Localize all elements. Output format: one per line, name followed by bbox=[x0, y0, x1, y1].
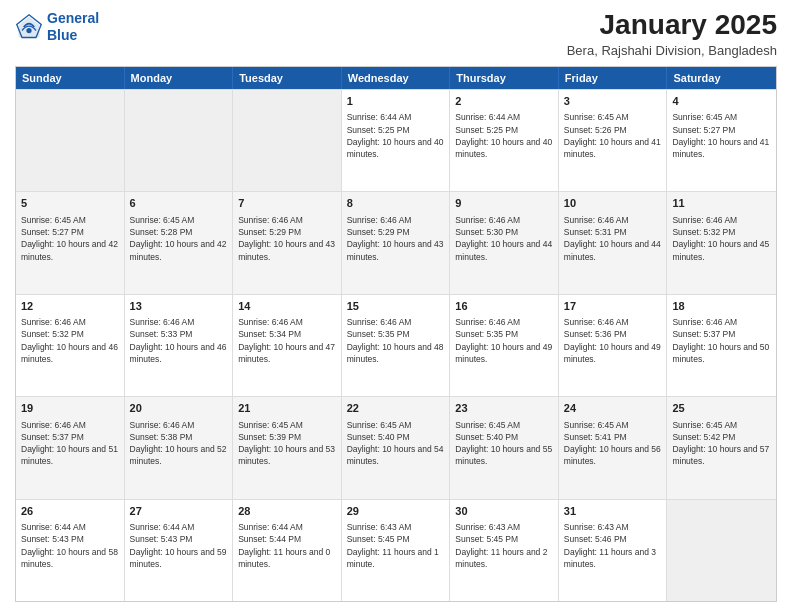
day-info: Sunrise: 6:43 AMSunset: 5:46 PMDaylight:… bbox=[564, 521, 662, 570]
day-header-saturday: Saturday bbox=[667, 67, 776, 89]
day-number: 13 bbox=[130, 299, 228, 314]
day-info: Sunrise: 6:44 AMSunset: 5:44 PMDaylight:… bbox=[238, 521, 336, 570]
day-cell-13: 13Sunrise: 6:46 AMSunset: 5:33 PMDayligh… bbox=[125, 295, 234, 396]
day-info: Sunrise: 6:46 AMSunset: 5:35 PMDaylight:… bbox=[347, 316, 445, 365]
day-number: 27 bbox=[130, 504, 228, 519]
day-number: 5 bbox=[21, 196, 119, 211]
day-info: Sunrise: 6:45 AMSunset: 5:27 PMDaylight:… bbox=[21, 214, 119, 263]
day-cell-20: 20Sunrise: 6:46 AMSunset: 5:38 PMDayligh… bbox=[125, 397, 234, 498]
day-info: Sunrise: 6:45 AMSunset: 5:41 PMDaylight:… bbox=[564, 419, 662, 468]
day-info: Sunrise: 6:46 AMSunset: 5:38 PMDaylight:… bbox=[130, 419, 228, 468]
day-info: Sunrise: 6:44 AMSunset: 5:43 PMDaylight:… bbox=[130, 521, 228, 570]
day-info: Sunrise: 6:46 AMSunset: 5:30 PMDaylight:… bbox=[455, 214, 553, 263]
svg-point-3 bbox=[26, 28, 31, 33]
day-info: Sunrise: 6:44 AMSunset: 5:25 PMDaylight:… bbox=[347, 111, 445, 160]
calendar-week-5: 26Sunrise: 6:44 AMSunset: 5:43 PMDayligh… bbox=[16, 499, 776, 601]
logo-line2: Blue bbox=[47, 27, 77, 43]
calendar-week-4: 19Sunrise: 6:46 AMSunset: 5:37 PMDayligh… bbox=[16, 396, 776, 498]
day-header-friday: Friday bbox=[559, 67, 668, 89]
logo: General Blue bbox=[15, 10, 99, 44]
day-cell-2: 2Sunrise: 6:44 AMSunset: 5:25 PMDaylight… bbox=[450, 90, 559, 191]
day-cell-16: 16Sunrise: 6:46 AMSunset: 5:35 PMDayligh… bbox=[450, 295, 559, 396]
logo-line1: General bbox=[47, 10, 99, 26]
day-info: Sunrise: 6:46 AMSunset: 5:37 PMDaylight:… bbox=[672, 316, 771, 365]
day-number: 10 bbox=[564, 196, 662, 211]
day-number: 7 bbox=[238, 196, 336, 211]
day-number: 20 bbox=[130, 401, 228, 416]
calendar-week-3: 12Sunrise: 6:46 AMSunset: 5:32 PMDayligh… bbox=[16, 294, 776, 396]
day-header-sunday: Sunday bbox=[16, 67, 125, 89]
calendar: SundayMondayTuesdayWednesdayThursdayFrid… bbox=[15, 66, 777, 602]
page: General Blue January 2025 Bera, Rajshahi… bbox=[0, 0, 792, 612]
logo-text: General Blue bbox=[47, 10, 99, 44]
day-info: Sunrise: 6:46 AMSunset: 5:36 PMDaylight:… bbox=[564, 316, 662, 365]
day-number: 30 bbox=[455, 504, 553, 519]
day-cell-26: 26Sunrise: 6:44 AMSunset: 5:43 PMDayligh… bbox=[16, 500, 125, 601]
calendar-week-2: 5Sunrise: 6:45 AMSunset: 5:27 PMDaylight… bbox=[16, 191, 776, 293]
day-cell-30: 30Sunrise: 6:43 AMSunset: 5:45 PMDayligh… bbox=[450, 500, 559, 601]
logo-icon bbox=[15, 13, 43, 41]
day-cell-24: 24Sunrise: 6:45 AMSunset: 5:41 PMDayligh… bbox=[559, 397, 668, 498]
day-cell-27: 27Sunrise: 6:44 AMSunset: 5:43 PMDayligh… bbox=[125, 500, 234, 601]
day-info: Sunrise: 6:46 AMSunset: 5:29 PMDaylight:… bbox=[238, 214, 336, 263]
day-info: Sunrise: 6:45 AMSunset: 5:28 PMDaylight:… bbox=[130, 214, 228, 263]
day-number: 8 bbox=[347, 196, 445, 211]
day-cell-6: 6Sunrise: 6:45 AMSunset: 5:28 PMDaylight… bbox=[125, 192, 234, 293]
day-cell-21: 21Sunrise: 6:45 AMSunset: 5:39 PMDayligh… bbox=[233, 397, 342, 498]
day-cell-19: 19Sunrise: 6:46 AMSunset: 5:37 PMDayligh… bbox=[16, 397, 125, 498]
day-cell-15: 15Sunrise: 6:46 AMSunset: 5:35 PMDayligh… bbox=[342, 295, 451, 396]
day-number: 21 bbox=[238, 401, 336, 416]
day-number: 18 bbox=[672, 299, 771, 314]
day-number: 11 bbox=[672, 196, 771, 211]
day-info: Sunrise: 6:45 AMSunset: 5:40 PMDaylight:… bbox=[347, 419, 445, 468]
day-header-wednesday: Wednesday bbox=[342, 67, 451, 89]
day-number: 25 bbox=[672, 401, 771, 416]
calendar-header: SundayMondayTuesdayWednesdayThursdayFrid… bbox=[16, 67, 776, 89]
day-info: Sunrise: 6:43 AMSunset: 5:45 PMDaylight:… bbox=[455, 521, 553, 570]
day-cell-1: 1Sunrise: 6:44 AMSunset: 5:25 PMDaylight… bbox=[342, 90, 451, 191]
day-number: 16 bbox=[455, 299, 553, 314]
header: General Blue January 2025 Bera, Rajshahi… bbox=[15, 10, 777, 58]
empty-cell bbox=[125, 90, 234, 191]
day-header-tuesday: Tuesday bbox=[233, 67, 342, 89]
day-number: 2 bbox=[455, 94, 553, 109]
svg-marker-1 bbox=[19, 16, 40, 37]
day-info: Sunrise: 6:46 AMSunset: 5:29 PMDaylight:… bbox=[347, 214, 445, 263]
day-info: Sunrise: 6:46 AMSunset: 5:37 PMDaylight:… bbox=[21, 419, 119, 468]
day-number: 17 bbox=[564, 299, 662, 314]
day-info: Sunrise: 6:45 AMSunset: 5:40 PMDaylight:… bbox=[455, 419, 553, 468]
day-info: Sunrise: 6:46 AMSunset: 5:32 PMDaylight:… bbox=[672, 214, 771, 263]
day-header-thursday: Thursday bbox=[450, 67, 559, 89]
day-cell-31: 31Sunrise: 6:43 AMSunset: 5:46 PMDayligh… bbox=[559, 500, 668, 601]
day-cell-4: 4Sunrise: 6:45 AMSunset: 5:27 PMDaylight… bbox=[667, 90, 776, 191]
day-info: Sunrise: 6:46 AMSunset: 5:31 PMDaylight:… bbox=[564, 214, 662, 263]
day-info: Sunrise: 6:44 AMSunset: 5:43 PMDaylight:… bbox=[21, 521, 119, 570]
day-cell-17: 17Sunrise: 6:46 AMSunset: 5:36 PMDayligh… bbox=[559, 295, 668, 396]
day-info: Sunrise: 6:46 AMSunset: 5:35 PMDaylight:… bbox=[455, 316, 553, 365]
day-info: Sunrise: 6:46 AMSunset: 5:32 PMDaylight:… bbox=[21, 316, 119, 365]
calendar-body: 1Sunrise: 6:44 AMSunset: 5:25 PMDaylight… bbox=[16, 89, 776, 601]
day-cell-7: 7Sunrise: 6:46 AMSunset: 5:29 PMDaylight… bbox=[233, 192, 342, 293]
day-number: 26 bbox=[21, 504, 119, 519]
day-info: Sunrise: 6:45 AMSunset: 5:27 PMDaylight:… bbox=[672, 111, 771, 160]
day-cell-25: 25Sunrise: 6:45 AMSunset: 5:42 PMDayligh… bbox=[667, 397, 776, 498]
day-number: 3 bbox=[564, 94, 662, 109]
day-info: Sunrise: 6:45 AMSunset: 5:26 PMDaylight:… bbox=[564, 111, 662, 160]
day-header-monday: Monday bbox=[125, 67, 234, 89]
day-number: 15 bbox=[347, 299, 445, 314]
day-number: 29 bbox=[347, 504, 445, 519]
day-cell-8: 8Sunrise: 6:46 AMSunset: 5:29 PMDaylight… bbox=[342, 192, 451, 293]
day-number: 24 bbox=[564, 401, 662, 416]
day-cell-22: 22Sunrise: 6:45 AMSunset: 5:40 PMDayligh… bbox=[342, 397, 451, 498]
calendar-week-1: 1Sunrise: 6:44 AMSunset: 5:25 PMDaylight… bbox=[16, 89, 776, 191]
empty-cell bbox=[667, 500, 776, 601]
day-cell-12: 12Sunrise: 6:46 AMSunset: 5:32 PMDayligh… bbox=[16, 295, 125, 396]
day-cell-9: 9Sunrise: 6:46 AMSunset: 5:30 PMDaylight… bbox=[450, 192, 559, 293]
day-cell-29: 29Sunrise: 6:43 AMSunset: 5:45 PMDayligh… bbox=[342, 500, 451, 601]
day-cell-28: 28Sunrise: 6:44 AMSunset: 5:44 PMDayligh… bbox=[233, 500, 342, 601]
empty-cell bbox=[233, 90, 342, 191]
subtitle: Bera, Rajshahi Division, Bangladesh bbox=[567, 43, 777, 58]
day-number: 22 bbox=[347, 401, 445, 416]
day-cell-23: 23Sunrise: 6:45 AMSunset: 5:40 PMDayligh… bbox=[450, 397, 559, 498]
day-number: 6 bbox=[130, 196, 228, 211]
